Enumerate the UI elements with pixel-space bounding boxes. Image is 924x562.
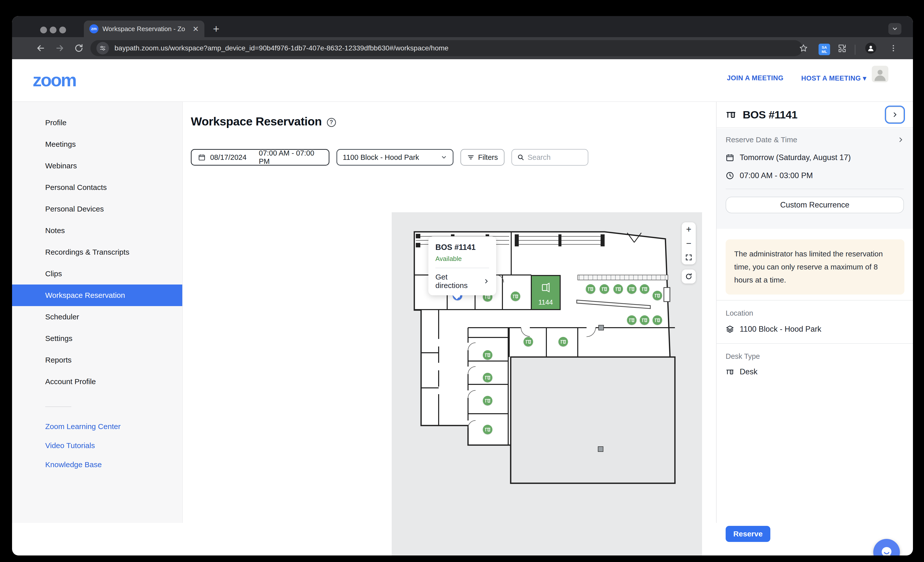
saml-extension-icon[interactable]: SAML — [819, 44, 830, 55]
desk-marker-available[interactable] — [483, 373, 492, 383]
sidebar-item-reports[interactable]: Reports — [12, 349, 182, 371]
reserve-button[interactable]: Reserve — [726, 526, 770, 542]
chevron-down-icon — [441, 154, 447, 161]
extensions-puzzle-icon[interactable] — [836, 42, 848, 54]
back-icon[interactable] — [34, 42, 47, 55]
support-chat-button[interactable] — [873, 539, 900, 556]
sidebar-item-workspace-reservation[interactable]: Workspace Reservation — [12, 284, 182, 306]
browser-menu-kebab-icon[interactable] — [887, 42, 899, 54]
search-box[interactable] — [512, 149, 588, 166]
browser-tab[interactable]: zm Workspace Reservation - Zoo ✕ — [84, 21, 204, 37]
zoom-web-page: zoom JOIN A MEETING HOST A MEETING ▾ Pro… — [12, 59, 913, 523]
sidebar-item-notes[interactable]: Notes — [12, 220, 182, 241]
sidebar-link-knowledge-base[interactable]: Knowledge Base — [12, 455, 182, 474]
tab-title: Workspace Reservation - Zoo — [102, 25, 185, 33]
chevron-right-icon[interactable] — [897, 136, 904, 143]
desk-marker-available[interactable] — [614, 284, 623, 294]
sidebar-link-zoom-learning-center[interactable]: Zoom Learning Center — [12, 417, 182, 436]
location-label: Location — [726, 309, 753, 317]
zoom-logo[interactable]: zoom — [33, 70, 76, 90]
custom-recurrence-button[interactable]: Custom Recurrence — [726, 197, 904, 213]
calendar-icon — [726, 153, 734, 162]
desk-icon — [726, 368, 734, 376]
sidebar-item-webinars[interactable]: Webinars — [12, 155, 182, 176]
desk-marker-available[interactable] — [483, 396, 492, 405]
host-meeting-link[interactable]: HOST A MEETING ▾ — [801, 74, 867, 82]
fullscreen-button[interactable] — [682, 250, 696, 265]
sidebar-divider — [45, 407, 71, 407]
filters-button[interactable]: Filters — [460, 149, 504, 166]
zoom-out-button[interactable]: − — [682, 236, 696, 250]
sidebar-item-settings[interactable]: Settings — [12, 328, 182, 349]
help-icon[interactable]: ? — [327, 118, 336, 127]
tab-close-icon[interactable]: ✕ — [193, 25, 199, 33]
desk-type-value: Desk — [740, 367, 758, 376]
desk-marker-available[interactable] — [652, 315, 662, 325]
sidebar-item-personal-contacts[interactable]: Personal Contacts — [12, 176, 182, 198]
url-text: baypath.zoom.us/workspace?amp_device_id=… — [114, 44, 448, 52]
desk-marker-available[interactable] — [640, 315, 649, 325]
desk-marker-available[interactable] — [524, 337, 533, 347]
location-dropdown[interactable]: 1100 Block - Hood Park — [336, 149, 453, 166]
desk-marker-available[interactable] — [586, 284, 596, 294]
browser-profile-avatar[interactable] — [865, 43, 876, 54]
bookmark-star-icon[interactable] — [798, 42, 810, 54]
browser-window: zm Workspace Reservation - Zoo ✕ + baypa… — [12, 16, 913, 556]
sidebar-item-clips[interactable]: Clips — [12, 263, 182, 284]
sidebar-item-recordings-transcripts[interactable]: Recordings & Transcripts — [12, 241, 182, 263]
desk-marker-available[interactable] — [483, 350, 492, 360]
floor-plan-map[interactable]: 1144 — [392, 212, 702, 556]
filters-label: Filters — [478, 153, 498, 161]
toolbar-divider — [855, 45, 855, 55]
window-zoom-button[interactable] — [59, 27, 66, 33]
chevron-right-icon — [483, 278, 489, 284]
window-minimize-button[interactable] — [50, 27, 57, 33]
forward-icon[interactable] — [53, 42, 66, 55]
sidebar-item-account-profile[interactable]: Account Profile — [12, 371, 182, 392]
filter-icon — [467, 154, 474, 161]
join-meeting-link[interactable]: JOIN A MEETING — [727, 74, 784, 82]
tooltip-status: Available — [435, 255, 489, 263]
sidebar-item-personal-devices[interactable]: Personal Devices — [12, 198, 182, 220]
map-refresh-button[interactable] — [682, 269, 696, 284]
sidebar-link-video-tutorials[interactable]: Video Tutorials — [12, 436, 182, 455]
desk-marker-available[interactable] — [627, 284, 636, 294]
desk-type-label: Desk Type — [726, 352, 760, 360]
reload-icon[interactable] — [72, 42, 86, 55]
site-settings-icon[interactable] — [96, 42, 109, 54]
sidebar-item-meetings[interactable]: Meetings — [12, 133, 182, 155]
room-label: 1144 — [538, 299, 553, 306]
desk-icon — [726, 109, 736, 120]
admin-limit-notice: The administrator has limited the reserv… — [726, 239, 904, 294]
new-tab-button[interactable]: + — [213, 22, 219, 35]
chat-bubble-icon — [879, 545, 894, 556]
reservation-date-row[interactable]: Tomorrow (Saturday, August 17) — [726, 153, 904, 162]
tab-search-chevron-icon[interactable] — [888, 23, 902, 34]
desk-marker-available[interactable] — [627, 315, 636, 325]
url-bar[interactable]: baypath.zoom.us/workspace?amp_device_id=… — [90, 40, 802, 56]
reservation-panel: BOS #1141 Reserve Date & Time Tomorrow (… — [716, 102, 913, 523]
get-directions-link[interactable]: Get directions — [435, 273, 489, 290]
panel-collapse-button[interactable] — [886, 107, 904, 123]
sidebar-item-profile[interactable]: Profile — [12, 112, 182, 133]
desk-marker-available[interactable] — [640, 284, 649, 294]
desk-marker-available[interactable] — [511, 291, 520, 301]
location-row: 1100 Block - Hood Park — [726, 325, 821, 334]
reservation-date: Tomorrow (Saturday, August 17) — [740, 153, 850, 162]
date-time-picker[interactable]: 08/17/2024 07:00 AM - 07:00 PM — [191, 149, 329, 166]
window-close-button[interactable] — [40, 27, 47, 33]
reservation-time-row[interactable]: 07:00 AM - 03:00 PM — [726, 171, 904, 180]
browser-toolbar: baypath.zoom.us/workspace?amp_device_id=… — [12, 37, 913, 59]
desk-type-row: Desk — [726, 367, 758, 376]
desk-marker-available[interactable] — [652, 291, 662, 300]
account-avatar[interactable] — [872, 66, 888, 82]
desk-marker-available[interactable] — [558, 337, 568, 347]
reservation-time: 07:00 AM - 03:00 PM — [740, 171, 813, 180]
sidebar-item-scheduler[interactable]: Scheduler — [12, 306, 182, 328]
desk-tooltip: BOS #1141 Available Get directions — [428, 236, 496, 295]
search-input[interactable] — [528, 153, 578, 161]
desk-marker-available[interactable] — [483, 425, 492, 434]
desk-marker-available[interactable] — [600, 284, 609, 294]
tooltip-desk-name: BOS #1141 — [435, 243, 489, 252]
zoom-in-button[interactable]: + — [682, 222, 696, 236]
